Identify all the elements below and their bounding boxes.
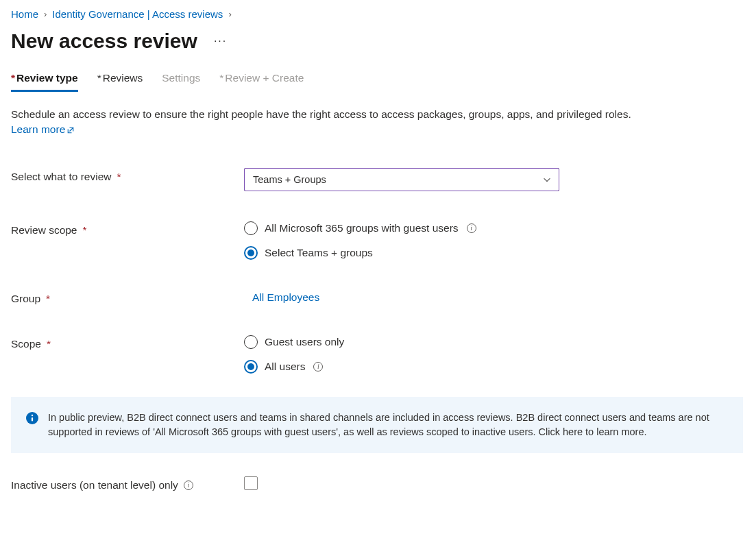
banner-text: In public preview, B2B direct connect us… <box>48 411 728 439</box>
tab-settings[interactable]: Settings <box>162 72 200 92</box>
breadcrumb: Home › Identity Governance | Access revi… <box>11 8 743 20</box>
radio-label: All users <box>265 361 305 373</box>
tab-review-type[interactable]: *Review type <box>11 72 78 92</box>
radio-label: Guest users only <box>265 336 344 348</box>
info-icon[interactable]: i <box>313 362 323 372</box>
label-review-scope: Review scope* <box>11 221 244 236</box>
external-link-icon <box>66 126 75 134</box>
info-icon <box>26 412 38 424</box>
required-asterisk: * <box>219 72 223 84</box>
breadcrumb-home[interactable]: Home <box>11 8 38 20</box>
radio-label: All Microsoft 365 groups with guest user… <box>265 222 459 234</box>
radio-label: Select Teams + groups <box>265 247 373 259</box>
tab-review-create[interactable]: *Review + Create <box>219 72 304 92</box>
breadcrumb-governance[interactable]: Identity Governance | Access reviews <box>52 8 223 20</box>
info-icon[interactable]: i <box>467 223 476 233</box>
learn-more-link[interactable]: Learn more <box>11 122 75 137</box>
chevron-right-icon: › <box>44 9 47 19</box>
scope-all-users[interactable]: All users i <box>244 360 559 374</box>
chevron-down-icon <box>542 175 552 184</box>
svg-rect-1 <box>32 417 33 422</box>
radio-icon <box>244 335 258 349</box>
info-banner[interactable]: In public preview, B2B direct connect us… <box>11 397 743 453</box>
label-inactive-users: Inactive users (on tenant level) only i <box>11 476 244 491</box>
more-actions-button[interactable]: ··· <box>210 32 231 50</box>
required-asterisk: * <box>11 72 15 84</box>
svg-point-2 <box>32 415 33 416</box>
label-scope: Scope* <box>11 335 244 350</box>
tab-bar: *Review type *Reviews Settings *Review +… <box>11 72 743 92</box>
review-scope-all-m365[interactable]: All Microsoft 365 groups with guest user… <box>244 221 559 235</box>
info-icon[interactable]: i <box>184 480 193 490</box>
review-scope-radio-group: All Microsoft 365 groups with guest user… <box>244 221 559 260</box>
scope-guest-only[interactable]: Guest users only <box>244 335 559 349</box>
label-group: Group* <box>11 290 244 305</box>
group-link[interactable]: All Employees <box>252 290 319 304</box>
scope-radio-group: Guest users only All users i <box>244 335 559 374</box>
intro-text: Schedule an access review to ensure the … <box>11 107 717 138</box>
page-title: New access review <box>11 29 197 53</box>
inactive-users-checkbox[interactable] <box>244 476 258 490</box>
tab-reviews[interactable]: *Reviews <box>97 72 143 92</box>
chevron-right-icon: › <box>228 9 231 19</box>
required-asterisk: * <box>97 72 101 84</box>
label-select-what: Select what to review* <box>11 168 244 183</box>
select-what-dropdown[interactable]: Teams + Groups <box>244 168 559 191</box>
radio-icon <box>244 246 258 260</box>
review-scope-select-teams[interactable]: Select Teams + groups <box>244 246 559 260</box>
select-what-value: Teams + Groups <box>253 174 326 185</box>
radio-icon <box>244 360 258 374</box>
radio-icon <box>244 221 258 235</box>
